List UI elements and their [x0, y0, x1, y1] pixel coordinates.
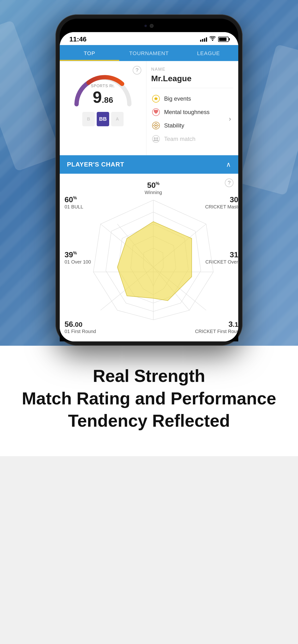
trait-mental-toughness-label: Mental toughness — [164, 109, 209, 116]
trait-stability: Stability — [151, 119, 233, 132]
svg-point-10 — [152, 135, 160, 142]
gauge-score-main: 9 — [93, 89, 102, 105]
big-events-icon — [151, 94, 161, 104]
name-area: NAME Mr.League Big events — [146, 61, 238, 155]
gauge-score-decimal: .86 — [102, 95, 113, 105]
grade-badge-bb: BB — [97, 112, 109, 126]
bottom-text-section: Real Strength Match Rating and Performan… — [0, 346, 298, 456]
traits-arrow-button[interactable]: › — [229, 115, 231, 123]
status-time: 11:46 — [69, 36, 87, 43]
signal-icon — [200, 37, 207, 42]
gauge-label: SPORTS Rt. — [91, 84, 115, 88]
svg-marker-23 — [117, 222, 192, 301]
stability-icon — [151, 121, 161, 130]
svg-point-12 — [156, 137, 158, 139]
traits-section: Big events Mental toughness — [151, 88, 233, 150]
status-icons — [200, 36, 229, 42]
wifi-icon — [209, 36, 216, 42]
radar-wrapper: 50% Winning 30% CRICKET Master 31% CRICK… — [65, 181, 238, 334]
gauge-area: ? — [60, 61, 146, 155]
grade-badge-a: A — [111, 112, 123, 126]
profile-section: ? — [60, 61, 238, 155]
gauge-container: SPORTS Rt. 9 .86 — [72, 71, 134, 109]
chart-header: PLAYER'S CHART ∧ — [60, 155, 238, 174]
chart-collapse-button[interactable]: ∧ — [226, 160, 231, 168]
battery-icon — [218, 37, 229, 42]
phone-wrapper: 11:46 — [0, 0, 298, 346]
grade-badges: B BB A — [82, 112, 123, 126]
bottom-line2: Match Rating and Performance — [14, 388, 284, 410]
trait-team-match: Team match — [151, 132, 233, 146]
team-match-icon — [151, 134, 161, 144]
trait-team-match-label: Team match — [164, 136, 196, 142]
trait-stability-label: Stability — [164, 122, 184, 129]
trait-mental-toughness: Mental toughness — [151, 106, 233, 119]
gauge-score: 9 .86 — [93, 89, 113, 105]
trait-big-events: Big events — [151, 92, 233, 106]
phone-frame: 11:46 — [55, 14, 243, 346]
mental-toughness-icon — [151, 107, 161, 117]
tab-tournament[interactable]: TOURNAMENT — [119, 45, 179, 61]
bottom-line1: Real Strength — [14, 365, 284, 388]
tab-top[interactable]: TOP — [60, 45, 119, 61]
tab-league[interactable]: LEAGUE — [179, 45, 238, 61]
name-label: NAME — [151, 67, 233, 72]
grade-badge-b: B — [82, 112, 95, 126]
status-bar: 11:46 — [60, 32, 238, 45]
bottom-line3: Tendency Reflected — [14, 410, 284, 432]
radar-area: ? 50% Winning 30% CRICKET Master — [60, 174, 238, 342]
radar-chart-svg — [65, 181, 238, 334]
name-value: Mr.League — [151, 74, 233, 83]
svg-point-5 — [155, 125, 157, 126]
bottom-headline: Real Strength Match Rating and Performan… — [14, 365, 284, 432]
svg-point-0 — [212, 40, 213, 41]
nav-tabs: TOP TOURNAMENT LEAGUE — [60, 45, 238, 61]
svg-point-11 — [154, 137, 156, 139]
chart-title: PLAYER'S CHART — [67, 161, 124, 168]
trait-big-events-label: Big events — [164, 95, 191, 102]
